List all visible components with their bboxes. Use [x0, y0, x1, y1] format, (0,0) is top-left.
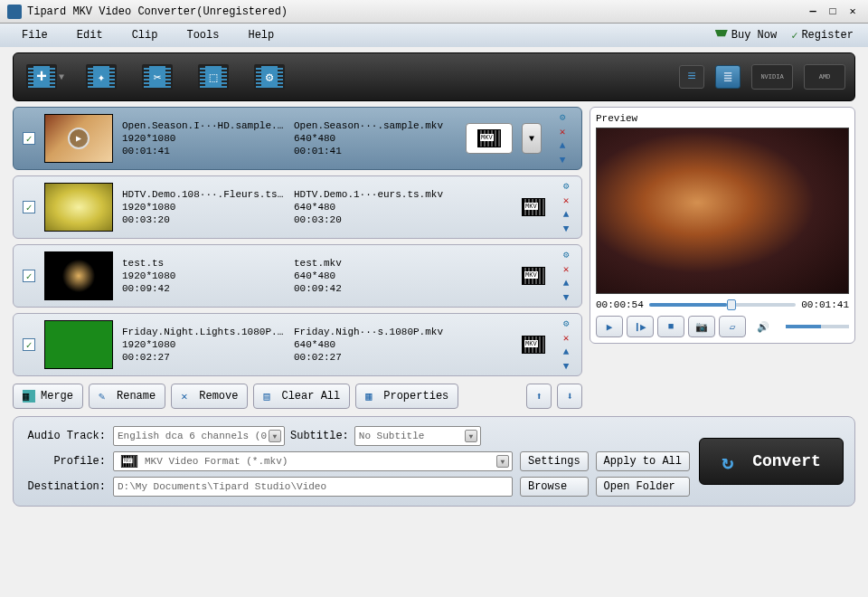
time-duration: 00:01:41 — [801, 299, 849, 310]
file-row[interactable]: ✓ HDTV.Demo.108···.Fleurs.ts.ts 1920*108… — [13, 175, 582, 239]
stop-button[interactable]: ■ — [657, 316, 684, 337]
checkbox[interactable]: ✓ — [23, 270, 35, 282]
menu-help[interactable]: Help — [233, 25, 288, 45]
format-dropdown[interactable]: ▼ — [522, 123, 542, 154]
output-dur: 00:02:27 — [294, 352, 457, 363]
menu-tools[interactable]: Tools — [172, 25, 233, 45]
output-res: 640*480 — [294, 202, 457, 213]
row-settings-icon[interactable]: ⚙ — [560, 179, 572, 192]
move-down-button[interactable]: ⬇ — [557, 384, 582, 409]
convert-button[interactable]: Convert — [699, 438, 844, 485]
mkv-icon — [522, 198, 545, 216]
thumbnail[interactable] — [44, 251, 113, 300]
nvidia-badge: NVIDIA — [751, 64, 793, 90]
merge-button[interactable]: ▦Merge — [13, 384, 83, 409]
app-icon — [7, 5, 22, 19]
volume-slider[interactable] — [786, 325, 849, 328]
remove-button[interactable]: ✕Remove — [171, 384, 248, 409]
source-dur: 00:02:27 — [122, 352, 285, 363]
minimize-button[interactable]: — — [805, 5, 821, 19]
row-up-icon[interactable]: ▲ — [560, 277, 572, 289]
checkbox[interactable]: ✓ — [23, 201, 35, 213]
play-button[interactable]: ▶ — [596, 316, 623, 337]
settings-button[interactable]: Settings — [520, 451, 589, 471]
file-row[interactable]: ✓ test.ts 1920*1080 00:09:42 test.mkv 64… — [13, 244, 582, 308]
thumbnail[interactable] — [44, 183, 113, 232]
destination-input[interactable]: D:\My Documents\Tipard Studio\Video — [113, 477, 513, 497]
file-row[interactable]: ✓ Friday.Night.Lights.1080P.wmv 1920*108… — [13, 313, 582, 376]
profile-select[interactable]: MKV Video Format (*.mkv)▼ — [113, 451, 513, 471]
add-file-button[interactable]: +▼ — [23, 59, 68, 95]
row-settings-icon[interactable]: ⚙ — [560, 248, 572, 261]
clear-all-button[interactable]: ▤Clear All — [253, 384, 350, 409]
close-button[interactable]: ✕ — [844, 5, 861, 19]
convert-icon — [722, 450, 743, 472]
fullscreen-button[interactable]: ▱ — [719, 316, 746, 337]
thumbnail[interactable] — [44, 320, 113, 369]
row-down-icon[interactable]: ▼ — [560, 360, 572, 373]
source-dur: 00:09:42 — [122, 283, 285, 294]
crop-button[interactable]: ⬚ — [191, 59, 236, 95]
row-settings-icon[interactable]: ⚙ — [556, 110, 569, 123]
row-down-icon[interactable]: ▼ — [556, 154, 569, 166]
menubar: File Edit Clip Tools Help Buy Now ✓Regis… — [0, 24, 868, 47]
subtitle-select[interactable]: No Subtitle▼ — [354, 426, 481, 446]
format-select[interactable] — [466, 123, 513, 154]
checkbox[interactable]: ✓ — [23, 132, 35, 145]
step-button[interactable]: ❙▶ — [627, 316, 654, 337]
amd-badge: AMD — [804, 64, 845, 90]
menu-clip[interactable]: Clip — [118, 25, 173, 45]
view-grid-button[interactable]: ≡ — [679, 65, 704, 89]
trim-button[interactable]: ✂ — [135, 59, 180, 95]
row-up-icon[interactable]: ▲ — [560, 208, 572, 221]
output-name: Friday.Nigh···s.1080P.mkv — [294, 327, 457, 337]
source-name: Friday.Night.Lights.1080P.wmv — [122, 327, 285, 337]
row-down-icon[interactable]: ▼ — [560, 291, 572, 304]
titlebar: Tipard MKV Video Converter(Unregistered)… — [0, 0, 868, 24]
output-name: test.mkv — [294, 258, 457, 269]
row-delete-icon[interactable]: ✕ — [560, 194, 572, 206]
snapshot-button[interactable]: 📷 — [688, 316, 715, 337]
output-res: 640*480 — [294, 270, 457, 281]
browse-button[interactable]: Browse — [520, 477, 589, 497]
preview-box: Preview 00:00:54 00:01:41 ▶ ❙▶ ■ 📷 ▱ 🔊 — [590, 107, 855, 344]
preview-label: Preview — [596, 113, 849, 124]
view-list-button[interactable]: ≣ — [715, 65, 741, 89]
menu-edit[interactable]: Edit — [62, 25, 118, 45]
move-up-button[interactable]: ⬆ — [526, 384, 552, 409]
menu-file[interactable]: File — [7, 25, 62, 45]
settings-button[interactable]: ⚙ — [247, 59, 292, 95]
row-delete-icon[interactable]: ✕ — [560, 262, 572, 275]
cart-icon — [715, 30, 728, 41]
properties-button[interactable]: ▦Properties — [355, 384, 458, 409]
open-folder-button[interactable]: Open Folder — [596, 477, 690, 497]
apply-all-button[interactable]: Apply to All — [596, 451, 690, 471]
play-icon: ▶ — [68, 128, 90, 149]
row-settings-icon[interactable]: ⚙ — [560, 317, 572, 329]
file-row[interactable]: ✓ ▶ Open.Season.I···HD.sample.mkv 1920*1… — [13, 107, 582, 170]
mkv-icon — [121, 455, 137, 468]
row-delete-icon[interactable]: ✕ — [560, 331, 572, 344]
checkbox[interactable]: ✓ — [23, 338, 35, 351]
row-delete-icon[interactable]: ✕ — [556, 125, 569, 137]
rename-button[interactable]: ✎Rename — [89, 384, 165, 409]
volume-icon[interactable]: 🔊 — [750, 316, 777, 337]
output-dur: 00:03:20 — [294, 214, 457, 225]
audio-track-select[interactable]: English dca 6 channels (0▼ — [113, 426, 285, 446]
buy-now-button[interactable]: Buy Now — [708, 29, 784, 42]
source-name: HDTV.Demo.108···.Fleurs.ts.ts — [122, 189, 285, 200]
left-panel: ✓ ▶ Open.Season.I···HD.sample.mkv 1920*1… — [13, 107, 582, 409]
toolbar: +▼ ✦ ✂ ⬚ ⚙ ≡ ≣ NVIDIA AMD — [13, 52, 855, 101]
row-up-icon[interactable]: ▲ — [556, 139, 569, 152]
thumbnail[interactable]: ▶ — [44, 114, 113, 163]
maximize-button[interactable]: □ — [825, 5, 841, 19]
row-up-icon[interactable]: ▲ — [560, 346, 572, 358]
seek-bar[interactable] — [649, 303, 796, 307]
effects-button[interactable]: ✦ — [79, 59, 124, 95]
source-res: 1920*1080 — [122, 339, 285, 350]
register-button[interactable]: ✓Register — [784, 29, 861, 43]
preview-video[interactable] — [596, 128, 849, 294]
row-down-icon[interactable]: ▼ — [560, 223, 572, 235]
source-res: 1920*1080 — [122, 202, 285, 213]
time-position: 00:00:54 — [596, 299, 644, 310]
